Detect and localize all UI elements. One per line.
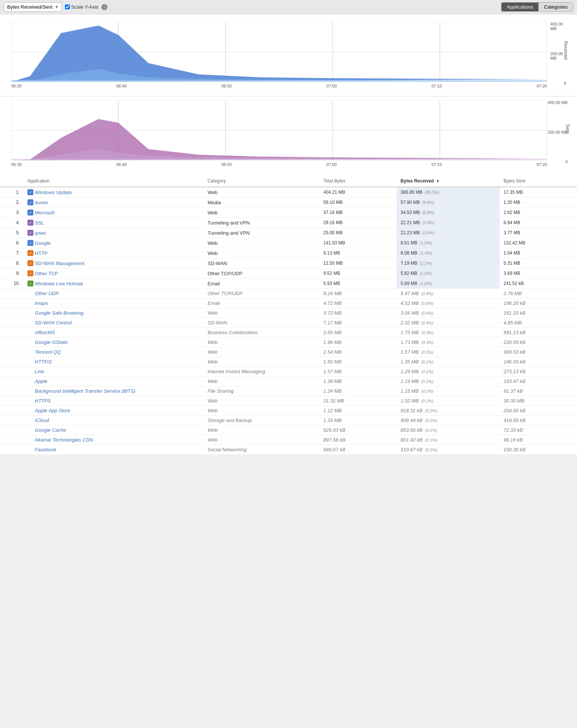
app-checkbox: ✓: [27, 240, 33, 246]
app-link[interactable]: ✓ Other TCP: [27, 270, 200, 276]
row-total: 5.93 MB: [320, 279, 397, 289]
row-category: Web: [204, 338, 319, 347]
row-received-pct: (1.0%): [420, 281, 432, 286]
row-received: 5.69 MB (1.0%): [397, 279, 500, 289]
app-link[interactable]: ✓ itunes: [27, 199, 200, 205]
col-application: Application: [24, 175, 204, 187]
row-received: 5.82 MB (1.0%): [397, 268, 500, 279]
app-link[interactable]: Facebook: [35, 447, 56, 452]
app-link[interactable]: Line: [35, 369, 44, 374]
row-app: Google GStatic: [24, 338, 204, 347]
row-received-pct: (0.3%): [421, 350, 433, 354]
app-checkbox: ✓: [27, 280, 33, 286]
col-bytes-received[interactable]: Bytes Received ▼: [397, 175, 500, 187]
row-received-pct: (3.8%): [422, 220, 434, 225]
app-link[interactable]: ✓ HTTP: [27, 250, 200, 256]
table-row: Apple Web 1.39 MB 1.19 MB (0.2%) 193.47 …: [0, 377, 577, 386]
app-link[interactable]: HTTP/2: [35, 359, 52, 365]
info-icon[interactable]: i: [101, 4, 107, 10]
row-received: 34.53 MB (5.8%): [397, 208, 500, 218]
row-rank: [0, 406, 24, 416]
row-rank: [0, 377, 24, 386]
row-category: Other TCP/UDP: [204, 289, 319, 298]
scale-y-axis-checkbox[interactable]: [65, 5, 70, 9]
row-category: Web: [204, 238, 319, 248]
app-link[interactable]: HTTPS: [35, 398, 51, 404]
table-row: Tencent QQ Web 2.54 MB 1.57 MB (0.3%) 96…: [0, 347, 577, 357]
row-rank: [0, 357, 24, 367]
row-received: 1.75 MB (0.3%): [397, 328, 500, 338]
tab-applications[interactable]: Applications: [501, 3, 539, 11]
app-link[interactable]: ✓ SD-WAN Management: [27, 260, 200, 266]
table-row: 9. ✓ Other TCP Other TCP/UDP 9.52 MB 5.8…: [0, 268, 577, 279]
scale-y-axis-toggle[interactable]: Scale Y-Axis: [65, 4, 98, 10]
row-received-pct: (1.0%): [420, 271, 432, 276]
row-total: 9.13 MB: [320, 248, 397, 258]
app-link[interactable]: Google Safe Browsing: [35, 310, 83, 316]
row-received: 918.31 kB (0.2%): [397, 406, 500, 416]
row-received-pct: (0.1%): [425, 448, 437, 452]
app-link[interactable]: imaps: [35, 300, 48, 306]
row-received-pct: (1.2%): [420, 261, 432, 265]
row-received-pct: (0.2%): [425, 408, 437, 413]
row-total: 31.32 MB: [320, 396, 397, 406]
row-received: 1.02 MB (0.2%): [397, 396, 500, 406]
row-app: Other UDP: [24, 289, 204, 298]
row-app: Facebook: [24, 445, 204, 455]
app-link[interactable]: Akamai Technologies CDN: [35, 437, 93, 443]
row-category: Web: [204, 425, 319, 435]
app-checkbox: ✓: [27, 270, 33, 276]
app-checkbox: ✓: [27, 189, 33, 195]
app-link[interactable]: ✓ Microsoft: [27, 210, 200, 216]
row-sent: 3.69 MB: [500, 268, 577, 279]
app-link[interactable]: Apple: [35, 378, 47, 384]
tab-categories[interactable]: Categories: [539, 3, 573, 11]
row-category: Web: [204, 406, 319, 416]
row-category: Other TCP/UDP: [204, 268, 319, 279]
table-row: Google GStatic Web 1.96 MB 1.73 MB (0.3%…: [0, 338, 577, 347]
app-link[interactable]: ICloud: [35, 418, 49, 423]
row-app: ✓ SD-WAN Management: [24, 258, 204, 268]
row-sent: 132.42 MB: [500, 238, 577, 248]
row-received: 8.61 MB (1.5%): [397, 238, 500, 248]
app-link[interactable]: Tencent QQ: [35, 349, 61, 355]
svg-marker-24: [11, 159, 547, 160]
row-sent: 146.03 kB: [500, 357, 577, 367]
row-sent: 96.16 kB: [500, 435, 577, 445]
row-received-pct: (0.2%): [421, 399, 433, 403]
app-link[interactable]: SD-WAN Control: [35, 320, 72, 326]
row-sent: 273.13 kB: [500, 367, 577, 377]
metric-dropdown[interactable]: Bytes Received/Sent ▼: [4, 2, 62, 12]
row-sent: 17.35 MB: [500, 187, 577, 197]
row-category: Email: [204, 279, 319, 289]
row-received-pct: (0.9%): [421, 291, 433, 296]
row-sent: 196.20 kB: [500, 298, 577, 308]
app-link[interactable]: Apple App Store: [35, 408, 70, 413]
app-link[interactable]: Google Cache: [35, 427, 66, 433]
app-link[interactable]: office365: [35, 330, 55, 335]
app-link[interactable]: ✓ Windows Live Hotmail: [27, 280, 200, 286]
row-app: Apple: [24, 377, 204, 386]
row-rank: [0, 338, 24, 347]
app-link[interactable]: ✓ ipsec: [27, 230, 200, 236]
app-link[interactable]: ✓ SSL: [27, 220, 200, 226]
row-received: 7.19 MB (1.2%): [397, 258, 500, 268]
row-total: 1.24 MB: [320, 386, 397, 396]
app-link[interactable]: Background Intelligent Transfer Service …: [35, 388, 136, 394]
table-row: 5. ✓ ipsec Tunneling and VPN 25.00 MB 21…: [0, 228, 577, 238]
row-app: ✓ SSL: [24, 218, 204, 228]
row-rank: 8.: [0, 258, 24, 268]
app-link[interactable]: ✓ Windows Update: [27, 189, 200, 195]
row-total: 1.96 MB: [320, 338, 397, 347]
row-rank: 1.: [0, 187, 24, 197]
app-checkbox: ✓: [27, 230, 33, 236]
row-sent: 72.33 kB: [500, 425, 577, 435]
row-category: Web: [204, 347, 319, 357]
app-link[interactable]: Google GStatic: [35, 339, 68, 345]
row-rank: [0, 386, 24, 396]
row-app: HTTP/2: [24, 357, 204, 367]
app-link[interactable]: ✓ Google: [27, 240, 200, 246]
charts-area: 400.00 MB 200.00 MB 0 Received 0: [0, 14, 577, 175]
row-received-pct: (0.1%): [425, 438, 437, 442]
app-link[interactable]: Other UDP: [35, 291, 59, 296]
